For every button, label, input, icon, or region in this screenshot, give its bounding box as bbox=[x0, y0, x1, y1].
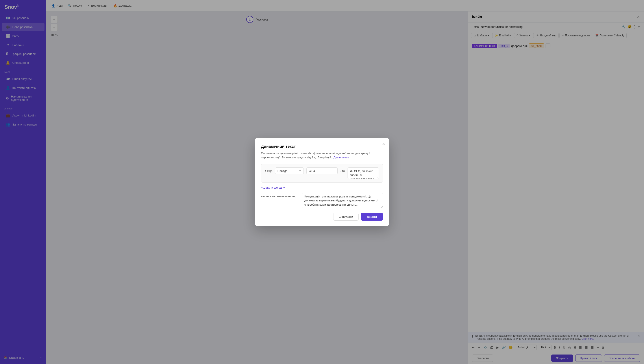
condition-section: Якщо Посада , то Як CEO, ви точно знаєте… bbox=[261, 164, 383, 183]
fallback-row: нічого з вищезазначеного, то Комунікація… bbox=[261, 193, 383, 209]
fallback-textarea[interactable]: Комунікація грає важливу роль в менеджме… bbox=[302, 193, 383, 208]
learn-more-link[interactable]: Детальніше bbox=[334, 156, 349, 159]
fallback-label: нічого з вищезазначеного, то bbox=[261, 193, 299, 198]
condition-value-input[interactable] bbox=[306, 167, 338, 174]
cancel-button[interactable]: Скасувати bbox=[333, 213, 358, 221]
add-button[interactable]: Додати bbox=[361, 213, 383, 221]
condition-row: Якщо Посада , то Як CEO, ви точно знаєте… bbox=[265, 167, 379, 179]
dynamic-text-modal: ✕ Динамічний текст Система показуватиме … bbox=[255, 138, 389, 226]
add-variation-button[interactable]: + Додати ще одну bbox=[261, 186, 285, 189]
condition-select[interactable]: Посада bbox=[275, 167, 304, 174]
modal-overlay: ✕ Динамічний текст Система показуватиме … bbox=[0, 0, 644, 364]
condition-textarea[interactable]: Як CEO, ви точно знаєте як комунікувати … bbox=[348, 167, 379, 179]
modal-description: Система показуватиме різні слова або фра… bbox=[261, 151, 383, 160]
modal-footer: Скасувати Додати bbox=[261, 213, 383, 221]
modal-title: Динамічний текст bbox=[261, 144, 383, 149]
if-label: Якщо bbox=[265, 167, 272, 172]
then-label: , то bbox=[340, 167, 345, 172]
modal-close-button[interactable]: ✕ bbox=[382, 142, 385, 146]
